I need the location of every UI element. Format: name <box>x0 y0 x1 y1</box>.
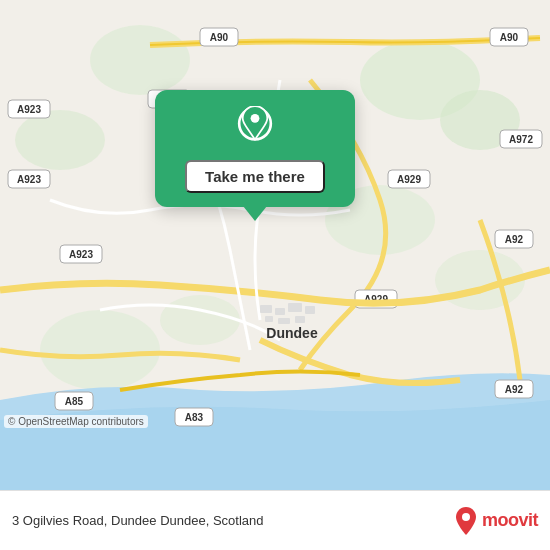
moovit-logo: moovit <box>454 507 538 535</box>
svg-text:A923: A923 <box>17 104 41 115</box>
bottom-bar: 3 Ogilvies Road, Dundee Dundee, Scotland… <box>0 490 550 550</box>
svg-rect-42 <box>295 316 305 323</box>
svg-rect-37 <box>275 308 285 315</box>
popup-card: Take me there <box>155 90 355 207</box>
map-container: A90 A90 A972 A929 A929 A92 A92 A923 A923… <box>0 0 550 490</box>
svg-rect-38 <box>288 303 302 312</box>
address-label: 3 Ogilvies Road, Dundee Dundee, Scotland <box>12 513 454 528</box>
svg-text:A929: A929 <box>397 174 421 185</box>
svg-point-46 <box>462 513 470 521</box>
svg-rect-40 <box>265 316 273 322</box>
osm-attribution: © OpenStreetMap contributors <box>4 415 148 428</box>
svg-point-3 <box>90 25 190 95</box>
take-me-there-button[interactable]: Take me there <box>185 160 325 193</box>
svg-text:A90: A90 <box>500 32 519 43</box>
svg-point-45 <box>251 114 260 123</box>
svg-text:Dundee: Dundee <box>266 325 318 341</box>
svg-text:A90: A90 <box>210 32 229 43</box>
svg-text:A923: A923 <box>17 174 41 185</box>
svg-rect-36 <box>260 305 272 313</box>
svg-rect-41 <box>278 318 290 324</box>
moovit-pin-icon <box>454 507 478 535</box>
svg-text:A923: A923 <box>69 249 93 260</box>
svg-point-6 <box>160 295 240 345</box>
svg-point-4 <box>15 110 105 170</box>
svg-rect-39 <box>305 306 315 314</box>
location-pin-icon <box>233 106 277 150</box>
svg-point-7 <box>40 310 160 390</box>
moovit-text: moovit <box>482 510 538 531</box>
svg-text:A83: A83 <box>185 412 204 423</box>
svg-text:A92: A92 <box>505 384 524 395</box>
svg-text:A972: A972 <box>509 134 533 145</box>
svg-text:A92: A92 <box>505 234 524 245</box>
svg-text:A85: A85 <box>65 396 84 407</box>
